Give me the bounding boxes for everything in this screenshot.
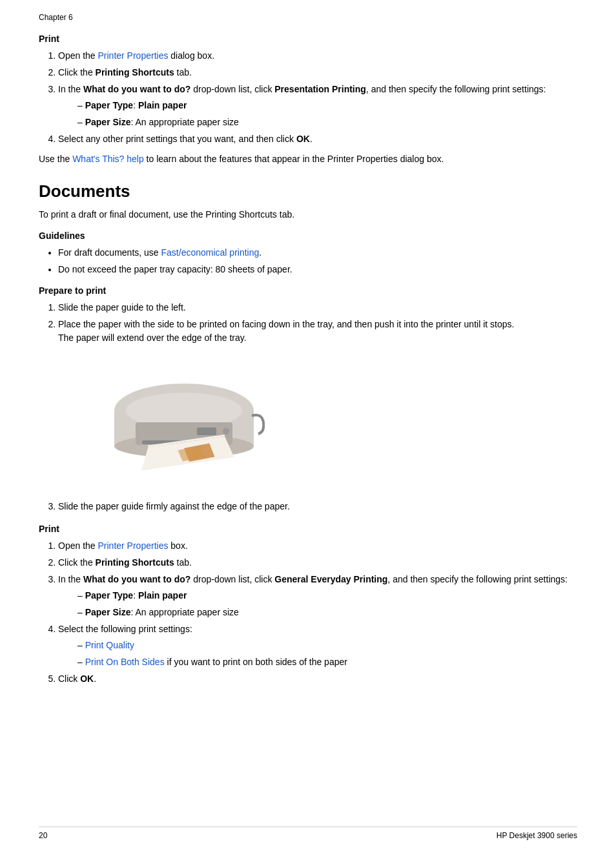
sub-setting-2-paper-size: Paper Size: An appropriate paper size (77, 606, 577, 619)
printer-properties-link-2[interactable]: Printer Properties (98, 540, 169, 551)
guidelines-list: For draft documents, use Fast/economical… (58, 246, 577, 276)
printer-properties-link-1[interactable]: Printer Properties (98, 50, 169, 61)
prepare-step-2: Place the paper with the side to be prin… (58, 318, 577, 345)
whats-this-link[interactable]: What's This? help (72, 154, 144, 164)
fast-economical-link[interactable]: Fast/economical printing (161, 247, 260, 258)
guideline-2: Do not exceed the paper tray capacity: 8… (58, 263, 577, 276)
sub-setting-2-paper-type: Paper Type: Plain paper (77, 589, 577, 602)
footer-product: HP Deskjet 3900 series (497, 831, 577, 840)
print-quality-link[interactable]: Print Quality (85, 640, 134, 650)
prepare-step-3: Slide the paper guide firmly against the… (58, 500, 577, 513)
printer-image (77, 358, 271, 487)
print-heading-2: Print (39, 524, 577, 534)
printer-svg (84, 364, 265, 480)
svg-rect-5 (197, 427, 216, 435)
print-on-both-sides-link[interactable]: Print On Both Sides (85, 657, 165, 667)
documents-intro: To print a draft or final document, use … (39, 208, 577, 221)
print-steps-list-1: Open the Printer Properties dialog box. … (58, 49, 577, 146)
top-print-section: Print Open the Printer Properties dialog… (39, 34, 577, 166)
print-step-2-4: Select the following print settings: Pri… (58, 622, 577, 669)
sub-setting-print-quality: Print Quality (77, 639, 577, 652)
print-step-1-1: Open the Printer Properties dialog box. (58, 49, 577, 63)
print-step-1-3: In the What do you want to do? drop-down… (58, 83, 577, 129)
chapter-title: Chapter 6 (39, 13, 73, 22)
print-step-2-1: Open the Printer Properties box. (58, 539, 577, 553)
page-footer: 20 HP Deskjet 3900 series (39, 827, 577, 840)
sub-setting-1-paper-size: Paper Size: An appropriate paper size (77, 116, 577, 129)
print-steps-list-2: Open the Printer Properties box. Click t… (58, 539, 577, 686)
print-step-2-3: In the What do you want to do? drop-down… (58, 573, 577, 619)
note-text-1: Use the What's This? help to learn about… (39, 152, 577, 166)
sub-settings-list-1: Paper Type: Plain paper Paper Size: An a… (77, 99, 577, 129)
print-heading-1: Print (39, 34, 577, 44)
print-step-2-5: Click OK. (58, 672, 577, 686)
svg-point-6 (223, 428, 229, 435)
sub-setting-print-both-sides: Print On Both Sides if you want to print… (77, 655, 577, 669)
footer-page-number: 20 (39, 831, 47, 840)
guidelines-heading: Guidelines (39, 231, 577, 241)
sub-settings-list-2: Paper Type: Plain paper Paper Size: An a… (77, 589, 577, 619)
documents-section: Documents To print a draft or final docu… (39, 181, 577, 686)
prepare-steps-list-continued: Slide the paper guide firmly against the… (58, 500, 577, 513)
prepare-steps-list: Slide the paper guide to the left. Place… (58, 301, 577, 345)
documents-title: Documents (39, 181, 577, 201)
prepare-heading: Prepare to print (39, 285, 577, 296)
chapter-header: Chapter 6 (39, 13, 577, 22)
print-step-1-4: Select any other print settings that you… (58, 132, 577, 146)
sub-setting-1-paper-type: Paper Type: Plain paper (77, 99, 577, 112)
sub-settings-list-3: Print Quality Print On Both Sides if you… (77, 639, 577, 669)
print-step-2-2: Click the Printing Shortcuts tab. (58, 556, 577, 570)
guideline-1: For draft documents, use Fast/economical… (58, 246, 577, 260)
prepare-step-1: Slide the paper guide to the left. (58, 301, 577, 314)
print-step-1-2: Click the Printing Shortcuts tab. (58, 66, 577, 79)
